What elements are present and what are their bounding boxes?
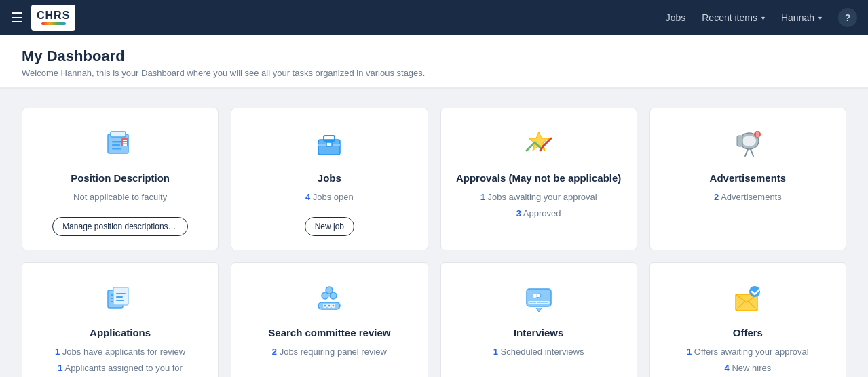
card-stat: 1 Applicants assigned to you for: [58, 361, 183, 375]
app-logo[interactable]: CHRS: [31, 5, 75, 31]
advertisements-icon: [729, 125, 767, 163]
chevron-down-icon: ▾: [818, 14, 822, 22]
card-stat: 2 Advertisements: [714, 191, 782, 204]
card-button-jobs[interactable]: New job: [305, 217, 354, 236]
card-title: Interviews: [514, 327, 563, 338]
search-committee-icon: [310, 279, 348, 317]
logo-bar: [41, 22, 66, 25]
page-subtitle: Welcome Hannah, this is your Dashboard w…: [22, 68, 846, 78]
main-content: Position DescriptionNot applicable to fa…: [0, 89, 868, 377]
nav-links: Jobs Recent items ▾ Hannah ▾ ?: [666, 8, 857, 27]
interviews-icon: [520, 279, 558, 317]
card-stat: 1 Offers awaiting your approval: [687, 345, 809, 359]
approvals-icon: [520, 125, 558, 163]
card-button-position-description[interactable]: Manage position descriptions an...: [52, 217, 188, 236]
card-title: Jobs: [318, 172, 341, 184]
nav-jobs[interactable]: Jobs: [666, 12, 686, 23]
card-stat: 2 Jobs requiring panel review: [272, 345, 387, 359]
card-stat: 3 Approved: [516, 207, 561, 220]
card-advertisements: Advertisements2 Advertisements: [649, 108, 846, 250]
card-stat: 1 Jobs have applicants for review: [55, 345, 185, 359]
page-title: My Dashboard: [22, 47, 846, 65]
card-title: Offers: [733, 327, 763, 338]
nav-recent-items[interactable]: Recent items ▾: [702, 12, 765, 23]
card-search-committee: Search committee review2 Jobs requiring …: [231, 262, 428, 377]
card-stat: 4 Jobs open: [305, 191, 354, 204]
card-title: Search committee review: [268, 327, 390, 338]
card-title: Approvals (May not be applicable): [456, 172, 621, 184]
dashboard-grid: Position DescriptionNot applicable to fa…: [22, 108, 846, 377]
help-button[interactable]: ?: [838, 8, 857, 27]
logo-text: CHRS: [37, 10, 70, 21]
page-header: My Dashboard Welcome Hannah, this is you…: [0, 35, 868, 89]
applications-icon: [101, 279, 139, 317]
navbar: ☰ CHRS Jobs Recent items ▾ Hannah ▾ ?: [0, 0, 868, 35]
card-jobs: Jobs4 Jobs openNew job: [231, 108, 428, 250]
position-description-icon: [101, 125, 139, 163]
card-stat: 4 New hires: [725, 361, 772, 375]
card-applications: Applications1 Jobs have applicants for r…: [22, 262, 219, 377]
nav-user[interactable]: Hannah ▾: [781, 12, 822, 23]
card-title: Applications: [90, 327, 151, 338]
card-interviews: Interviews1 Scheduled interviews: [440, 262, 637, 377]
card-title: Advertisements: [710, 172, 787, 184]
jobs-icon: [310, 125, 348, 163]
card-title: Position Description: [71, 172, 170, 184]
offers-icon: [729, 279, 767, 317]
card-stat: 1 Jobs awaiting your approval: [480, 191, 597, 204]
hamburger-menu[interactable]: ☰: [11, 9, 23, 26]
card-stat: 1 Scheduled interviews: [493, 345, 584, 359]
card-stat: Not applicable to faculty: [73, 191, 167, 204]
card-position-description: Position DescriptionNot applicable to fa…: [22, 108, 219, 250]
chevron-down-icon: ▾: [761, 14, 765, 22]
card-approvals: Approvals (May not be applicable)1 Jobs …: [440, 108, 637, 250]
card-offers: Offers1 Offers awaiting your approval4 N…: [649, 262, 846, 377]
